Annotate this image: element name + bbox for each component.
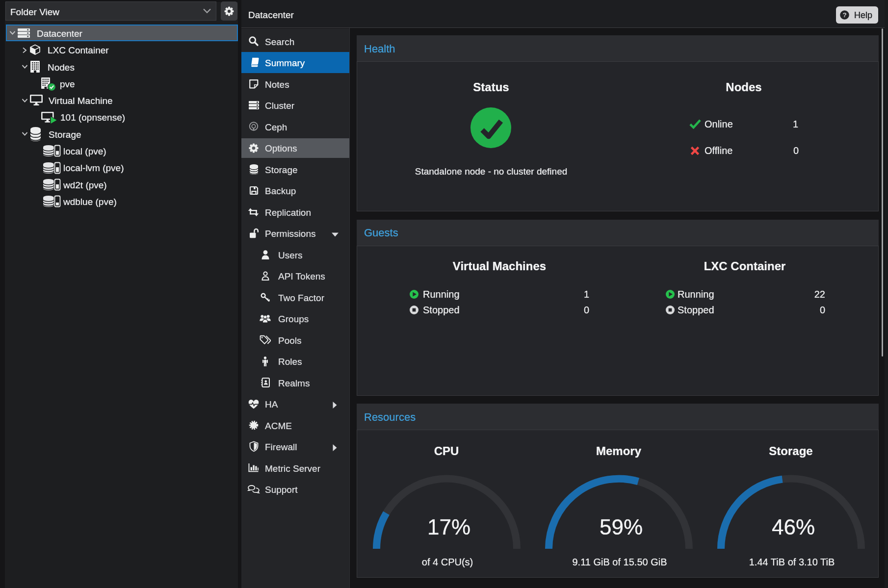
svg-text:?: ? <box>842 11 846 19</box>
